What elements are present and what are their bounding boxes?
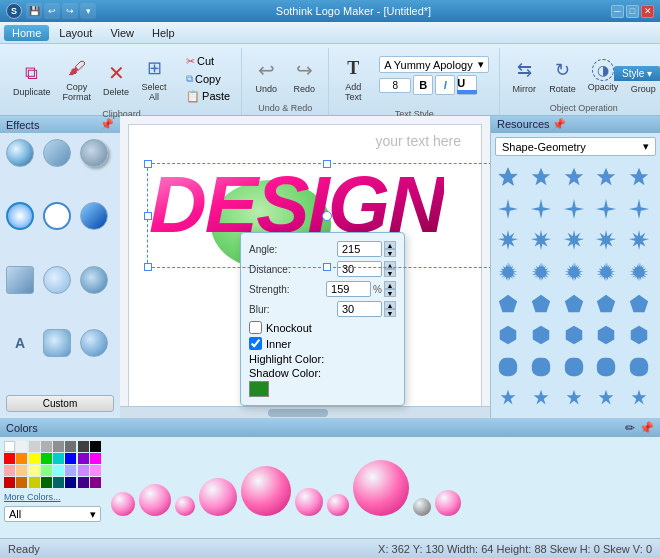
shape-category-dropdown[interactable]: Shape-Geometry ▾ <box>495 137 656 156</box>
effect-style7[interactable] <box>6 266 34 294</box>
effect-outline[interactable] <box>43 202 71 230</box>
colors-edit-icon[interactable]: ✏ <box>625 421 635 435</box>
swatch-6[interactable] <box>78 441 89 452</box>
swatch-3[interactable] <box>41 441 52 452</box>
font-size-input[interactable]: 8 <box>379 78 411 93</box>
shape-round-1[interactable] <box>495 354 521 380</box>
swatch-magenta[interactable] <box>90 453 101 464</box>
effect-glow[interactable] <box>6 202 34 230</box>
handle-center[interactable] <box>322 211 332 221</box>
style-badge[interactable]: Style ▾ <box>614 66 660 81</box>
shape-hex-1[interactable] <box>495 322 521 348</box>
strength-down[interactable]: ▼ <box>384 289 396 297</box>
shape-star4-1[interactable] <box>495 196 521 222</box>
shape-star4-4[interactable] <box>593 196 619 222</box>
close-button[interactable]: ✕ <box>641 5 654 18</box>
handle-tm[interactable] <box>323 160 331 168</box>
swatch-dmagenta[interactable] <box>90 477 101 488</box>
menu-layout[interactable]: Layout <box>51 25 100 41</box>
handle-bm[interactable] <box>323 263 331 271</box>
shape-star-sm-4[interactable] <box>593 385 619 411</box>
shape-pent-1[interactable] <box>495 291 521 317</box>
swatch-lred[interactable] <box>4 465 15 476</box>
minimize-button[interactable]: ─ <box>611 5 624 18</box>
swatch-dcyan[interactable] <box>53 477 64 488</box>
more-colors-link[interactable]: More Colors... <box>4 490 101 504</box>
swatch-purple[interactable] <box>78 453 89 464</box>
shape-round-2[interactable] <box>528 354 554 380</box>
swatch-cyan[interactable] <box>53 453 64 464</box>
rotate-button[interactable]: ↻ Rotate <box>544 54 581 97</box>
swatch-green[interactable] <box>41 453 52 464</box>
shape-pent-3[interactable] <box>561 291 587 317</box>
italic-button[interactable]: I <box>435 75 455 95</box>
menu-home[interactable]: Home <box>4 25 49 41</box>
shape-star4-3[interactable] <box>561 196 587 222</box>
undo-button[interactable]: ↩ Undo <box>248 54 284 97</box>
effect-text-a[interactable]: A <box>6 329 34 357</box>
cut-button[interactable]: ✂ Cut <box>181 53 235 70</box>
swatch-1[interactable] <box>16 441 27 452</box>
swatch-5[interactable] <box>65 441 76 452</box>
blur-up[interactable]: ▲ <box>384 301 396 309</box>
save-button[interactable]: 💾 <box>26 3 42 19</box>
swatch-lgreen[interactable] <box>41 465 52 476</box>
swatch-dblue[interactable] <box>65 477 76 488</box>
shape-hex-4[interactable] <box>593 322 619 348</box>
handle-ml[interactable] <box>144 212 152 220</box>
redo-button[interactable]: ↪ Redo <box>286 54 322 97</box>
shape-round-3[interactable] <box>561 354 587 380</box>
shape-star-sm-3[interactable] <box>561 385 587 411</box>
effect-flat[interactable] <box>43 139 71 167</box>
quick-access-dropdown[interactable]: ▾ <box>80 3 96 19</box>
add-text-button[interactable]: T AddText <box>335 52 371 105</box>
shape-pent-4[interactable] <box>593 291 619 317</box>
swatch-orange[interactable] <box>16 453 27 464</box>
paste-button[interactable]: 📋 Paste <box>181 88 235 105</box>
shape-sun-1[interactable] <box>495 259 521 285</box>
strength-input[interactable]: 159 <box>326 281 371 297</box>
mirror-button[interactable]: ⇆ Mirror <box>506 54 542 97</box>
shape-burst6-2[interactable] <box>528 227 554 253</box>
shape-burst6-3[interactable] <box>561 227 587 253</box>
swatch-2[interactable] <box>29 441 40 452</box>
shape-star5-2[interactable] <box>528 164 554 190</box>
duplicate-button[interactable]: ⧉ Duplicate <box>8 57 56 100</box>
shape-round-4[interactable] <box>593 354 619 380</box>
inner-checkbox[interactable] <box>249 337 262 350</box>
effect-shadow[interactable] <box>80 139 108 167</box>
blur-input[interactable]: 30 <box>337 301 382 317</box>
shape-star-sm-1[interactable] <box>495 385 521 411</box>
effect-style11[interactable] <box>43 329 71 357</box>
shape-hex-5[interactable] <box>626 322 652 348</box>
shape-hex-3[interactable] <box>561 322 587 348</box>
distance-down[interactable]: ▼ <box>384 269 396 277</box>
shape-burst6-1[interactable] <box>495 227 521 253</box>
h-scrollbar-thumb[interactable] <box>268 409 328 417</box>
h-scrollbar[interactable] <box>120 406 490 418</box>
swatch-lblue[interactable] <box>65 465 76 476</box>
shape-pent-5[interactable] <box>626 291 652 317</box>
swatch-lpurple[interactable] <box>78 465 89 476</box>
swatch-dorange[interactable] <box>16 477 27 488</box>
shape-hex-2[interactable] <box>528 322 554 348</box>
swatch-lpink[interactable] <box>90 465 101 476</box>
copy-button[interactable]: ⧉ Copy <box>181 71 235 87</box>
shape-star-sm-2[interactable] <box>528 385 554 411</box>
shape-star5-3[interactable] <box>561 164 587 190</box>
swatch-dred[interactable] <box>4 477 15 488</box>
swatch-lorange[interactable] <box>16 465 27 476</box>
redo-quick-button[interactable]: ↪ <box>62 3 78 19</box>
menu-help[interactable]: Help <box>144 25 183 41</box>
swatch-red[interactable] <box>4 453 15 464</box>
shape-star-sm-5[interactable] <box>626 385 652 411</box>
swatch-blue[interactable] <box>65 453 76 464</box>
bold-button[interactable]: B <box>413 75 433 95</box>
custom-button[interactable]: Custom <box>6 395 114 412</box>
effect-gradient[interactable] <box>80 202 108 230</box>
shape-sun-5[interactable] <box>626 259 652 285</box>
shape-sun-2[interactable] <box>528 259 554 285</box>
shadow-color-swatch[interactable] <box>249 381 269 397</box>
shape-star4-5[interactable] <box>626 196 652 222</box>
color-type-dropdown[interactable]: All ▾ <box>4 506 101 522</box>
